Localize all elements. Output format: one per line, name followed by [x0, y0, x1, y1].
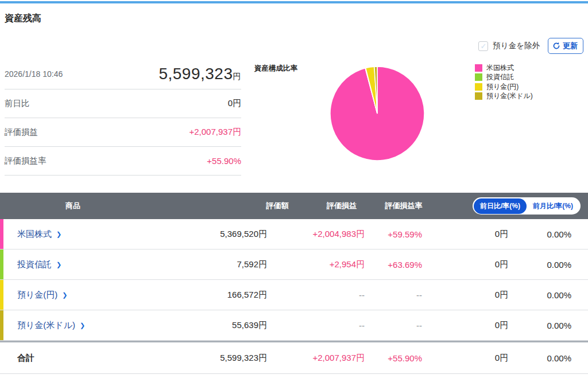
day-change-label: 前日比	[5, 98, 30, 109]
legend-label: 預り金(円)	[486, 82, 519, 92]
summary-total-row: 2026/1/18 10:46 5,599,323円	[5, 59, 241, 89]
day-rate-cell: 0.00%	[508, 321, 571, 330]
refresh-button-label: 更新	[563, 41, 578, 51]
pl-cell: +2,004,983円	[267, 229, 365, 240]
day-rate-cell: 0.00%	[508, 290, 571, 300]
valuation-pl-value: +2,007,937円	[189, 127, 242, 138]
total-label: 合計	[0, 353, 149, 364]
exclude-deposits-checkbox[interactable]: ✓ 預り金を除外	[478, 41, 540, 51]
legend-item-deposit-usd: 預り金(米ドル)	[475, 92, 533, 102]
legend-label: 投資信託	[486, 72, 514, 82]
total-asset-amount: 5,599,323円	[158, 65, 241, 83]
day-change-cell: 0円	[422, 259, 508, 270]
row-color-bar	[0, 219, 3, 249]
day-rate-cell: 0.00%	[508, 353, 571, 363]
refresh-icon	[552, 42, 560, 50]
pl-rate-cell: --	[365, 290, 422, 300]
legend-item-us-stocks: 米国株式	[475, 63, 533, 73]
pl-cell: --	[267, 290, 365, 300]
day-change-value: 0円	[228, 98, 241, 109]
table-header: 商品 評価額 評価損益 評価損益率 前日比/率(%) 前月比/率(%)	[0, 193, 588, 219]
valuation-cell: 7,592円	[149, 259, 267, 270]
table-row-mutual-funds: 投資信託❯ 7,592円 +2,954円 +63.69% 0円 0.00%	[0, 250, 588, 280]
legend-swatch	[475, 83, 482, 91]
page-title: 資産残高	[5, 13, 41, 25]
asset-pie-chart	[329, 65, 425, 162]
checkbox-box[interactable]: ✓	[478, 41, 488, 51]
valuation-cell: 166,572円	[149, 290, 267, 301]
valuation-cell: 55,639円	[149, 320, 267, 331]
row-color-bar	[0, 250, 3, 279]
pl-cell: +2,007,937円	[267, 353, 365, 364]
header-pl-rate: 評価損益率	[385, 201, 423, 211]
checkmark-icon: ✓	[480, 42, 486, 50]
refresh-button[interactable]: 更新	[548, 38, 583, 54]
row-color-bar	[0, 280, 3, 310]
valuation-pl-rate-value: +55.90%	[207, 156, 241, 166]
pie-legend: 米国株式 投資信託 預り金(円) 預り金(米ドル)	[475, 63, 533, 101]
table-row-deposit-jpy: 預り金(円)❯ 166,572円 -- -- 0円 0.00%	[0, 280, 588, 310]
period-toggle: 前日比/率(%) 前月比/率(%)	[473, 197, 581, 215]
row-color-bar	[0, 310, 3, 340]
table-row-deposit-usd: 預り金(米ドル)❯ 55,639円 -- -- 0円 0.00%	[0, 310, 588, 341]
chevron-right-icon: ❯	[56, 231, 61, 238]
row-link-mutual-funds[interactable]: 投資信託❯	[0, 259, 149, 270]
row-link-deposit-usd[interactable]: 預り金(米ドル)❯	[0, 320, 149, 331]
pl-rate-cell: +55.90%	[365, 353, 422, 363]
toggle-day-change-rate[interactable]: 前日比/率(%)	[474, 198, 527, 214]
header-valuation: 評価額	[266, 201, 289, 211]
valuation-pl-label: 評価損益	[5, 127, 38, 138]
legend-swatch	[475, 73, 482, 81]
legend-item-mutual-funds: 投資信託	[475, 73, 533, 83]
summary-panel: 2026/1/18 10:46 5,599,323円 前日比 0円 評価損益 +…	[5, 59, 241, 176]
as-of-timestamp: 2026/1/18 10:46	[5, 69, 63, 79]
header-pl: 評価損益	[327, 201, 357, 211]
valuation-pl-rate-row: 評価損益率 +55.90%	[5, 147, 241, 176]
chevron-right-icon: ❯	[62, 291, 67, 299]
legend-item-deposit-jpy: 預り金(円)	[475, 82, 533, 92]
row-link-deposit-jpy[interactable]: 預り金(円)❯	[0, 290, 149, 301]
table-row-total: 合計 5,599,323円 +2,007,937円 +55.90% 0円 0.0…	[0, 341, 588, 374]
day-rate-cell: 0.00%	[508, 229, 571, 239]
day-rate-cell: 0.00%	[508, 260, 571, 270]
day-change-row: 前日比 0円	[5, 89, 241, 118]
valuation-cell: 5,599,323円	[149, 353, 267, 364]
table-row-us-stocks: 米国株式❯ 5,369,520円 +2,004,983円 +59.59% 0円 …	[0, 219, 588, 250]
pl-rate-cell: --	[365, 321, 422, 330]
day-change-cell: 0円	[422, 320, 508, 331]
chevron-right-icon: ❯	[80, 322, 85, 329]
legend-swatch	[475, 64, 482, 72]
pie-chart-title: 資産構成比率	[254, 64, 297, 73]
asset-table: 商品 評価額 評価損益 評価損益率 前日比/率(%) 前月比/率(%) 米国株式…	[0, 193, 588, 374]
legend-label: 米国株式	[486, 63, 514, 73]
asset-balance-page: 資産残高 ✓ 預り金を除外 更新 2026/1/18 10:46 5,599,3…	[0, 0, 588, 382]
currency-unit: 円	[233, 72, 242, 81]
toggle-month-change-rate[interactable]: 前月比/率(%)	[527, 198, 579, 214]
day-change-cell: 0円	[422, 229, 508, 240]
valuation-pl-row: 評価損益 +2,007,937円	[5, 118, 241, 147]
day-change-cell: 0円	[422, 290, 508, 301]
valuation-pl-rate-label: 評価損益率	[5, 155, 47, 166]
top-accent-bar	[0, 1, 588, 3]
row-link-us-stocks[interactable]: 米国株式❯	[0, 229, 149, 240]
valuation-cell: 5,369,520円	[149, 229, 267, 240]
header-controls: ✓ 預り金を除外 更新	[478, 38, 583, 54]
legend-swatch	[475, 92, 482, 100]
day-change-cell: 0円	[422, 353, 508, 364]
chevron-right-icon: ❯	[56, 261, 61, 268]
pl-cell: --	[267, 321, 365, 330]
pl-rate-cell: +63.69%	[365, 260, 422, 270]
header-product: 商品	[65, 201, 80, 211]
pl-rate-cell: +59.59%	[365, 229, 422, 239]
exclude-deposits-label: 預り金を除外	[493, 41, 540, 51]
legend-label: 預り金(米ドル)	[486, 91, 533, 101]
pl-cell: +2,954円	[267, 259, 365, 270]
